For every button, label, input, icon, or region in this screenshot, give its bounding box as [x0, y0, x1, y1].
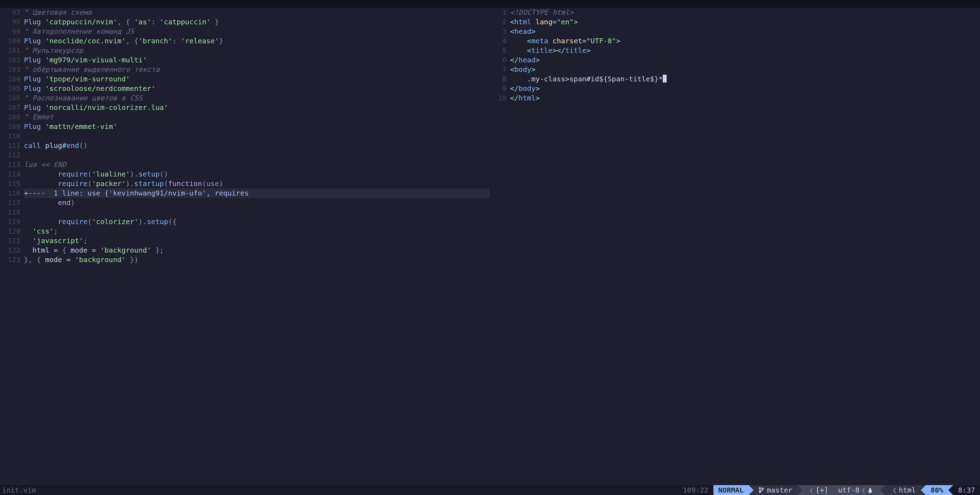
code-token: < — [527, 37, 531, 45]
code-token: 'background' — [100, 246, 151, 254]
code-line[interactable]: <head> — [510, 27, 980, 36]
code-line[interactable]: </html> — [510, 93, 980, 103]
right-editor-pane[interactable]: 12345678910<!DOCTYPE html><html lang="en… — [490, 8, 980, 485]
code-line[interactable]: <meta charset="UTF-8"> — [510, 36, 980, 46]
code-token: " Распознавание цветов в CSS — [24, 94, 143, 102]
line-number: 6 — [490, 55, 507, 65]
code-token: = — [54, 246, 58, 254]
code-token: body — [514, 65, 531, 73]
code-token: < — [510, 18, 514, 26]
code-area[interactable]: <!DOCTYPE html><html lang="en"><head> <m… — [510, 8, 980, 485]
editor-splits: 9798991001011021031041051061071081091101… — [0, 8, 980, 485]
line-number: 8 — [490, 74, 507, 84]
separator-icon — [797, 485, 802, 495]
code-token: require — [58, 217, 88, 226]
line-number: 112 — [0, 150, 21, 160]
code-token: html — [514, 18, 531, 26]
code-token: lang — [536, 18, 552, 26]
code-token: 'scrooloose/nerdcommenter' — [45, 84, 155, 93]
code-token: > — [616, 37, 620, 45]
code-line[interactable]: Plug 'mattn/emmet-vim' — [24, 122, 490, 131]
code-line[interactable]: Plug 'mg979/vim-visual-multi' — [24, 55, 490, 65]
code-line[interactable]: end) — [24, 198, 490, 208]
code-token: }, { — [24, 255, 45, 264]
line-number-gutter: 12345678910 — [490, 8, 510, 485]
code-line[interactable]: <title></title> — [510, 46, 980, 55]
code-token: 'as' — [134, 18, 151, 26]
code-line[interactable]: .my-class>span#id${Span-title$}* — [510, 74, 980, 84]
code-line[interactable]: </head> — [510, 55, 980, 65]
code-line[interactable]: Plug 'scrooloose/nerdcommenter' — [24, 84, 490, 93]
code-line[interactable]: call plug#end() — [24, 141, 490, 150]
code-token: 'packer' — [92, 179, 126, 188]
code-line[interactable] — [24, 131, 490, 141]
code-line[interactable]: " Распознавание цветов в CSS — [24, 93, 490, 103]
code-token: meta — [531, 37, 548, 45]
status-encoding: utf-8 ❮ — [833, 485, 880, 495]
code-line[interactable]: require('lualine').setup() — [24, 169, 490, 179]
line-number: 7 — [490, 65, 507, 74]
code-token: }; — [151, 246, 164, 254]
line-number: 105 — [0, 84, 21, 93]
code-token: < — [510, 65, 514, 73]
code-line[interactable]: " Мультикурсор — [24, 46, 490, 55]
code-token: </ — [510, 56, 519, 64]
code-area[interactable]: " Цветовая схемаPlug 'catppuccin/nvim', … — [24, 8, 490, 485]
line-number: 114 — [0, 169, 21, 179]
code-line[interactable]: " обёртывание выделенного текста — [24, 65, 490, 74]
separator-icon — [749, 485, 754, 495]
code-line[interactable]: <!DOCTYPE html> — [510, 8, 980, 17]
code-token: ></ — [552, 46, 565, 54]
code-line[interactable]: Plug 'catppuccin/nvim', { 'as': 'catppuc… — [24, 17, 490, 27]
code-token: > — [536, 84, 540, 93]
code-token: <!DOCTYPE html> — [510, 8, 574, 16]
line-number: 118 — [0, 208, 21, 217]
code-token: Plug — [24, 37, 41, 45]
code-line[interactable]: " Автодополнение команд JS — [24, 27, 490, 36]
code-line[interactable]: require('colorizer').setup({ — [24, 217, 490, 227]
code-token: require — [58, 170, 88, 178]
code-line[interactable]: </body> — [510, 84, 980, 93]
code-token — [41, 75, 45, 83]
code-token: < — [527, 46, 531, 54]
code-line[interactable]: Plug 'tpope/vim-surround' — [24, 74, 490, 84]
code-token — [531, 18, 536, 26]
line-number: 9 — [490, 84, 507, 93]
code-token: " Мультикурсор — [24, 46, 83, 54]
code-token: ( — [88, 170, 92, 178]
line-number: 104 — [0, 74, 21, 84]
code-line[interactable]: }, { mode = 'background' }) — [24, 255, 490, 265]
code-line[interactable] — [24, 208, 490, 217]
code-line[interactable]: lua << END — [24, 160, 490, 169]
code-token: html — [24, 246, 54, 254]
code-token: = — [66, 255, 70, 264]
code-line[interactable]: require('packer').startup(function(use) — [24, 179, 490, 188]
code-token: title — [565, 46, 586, 54]
code-line[interactable]: 'javascript'; — [24, 236, 490, 246]
code-line[interactable]: 'css'; — [24, 227, 490, 236]
code-token: require — [58, 179, 88, 188]
line-number: 113 — [0, 160, 21, 169]
code-line[interactable]: Plug 'norcalli/nvim-colorizer.lua' — [24, 103, 490, 112]
code-line[interactable]: <body> — [510, 65, 980, 74]
code-line[interactable]: <html lang="en"> — [510, 17, 980, 27]
code-token: .my-class>span#id${Span-title$}* — [510, 75, 663, 83]
code-token: function — [168, 179, 202, 188]
code-line[interactable]: Plug 'neoclide/coc.nvim', {'branch': 're… — [24, 36, 490, 46]
code-token: startup — [134, 179, 164, 188]
code-line[interactable]: +---- 1 line: use {'kevinhwang91/nvim-uf… — [24, 188, 490, 198]
left-editor-pane[interactable]: 9798991001011021031041051061071081091101… — [0, 8, 490, 485]
line-number: 97 — [0, 8, 21, 17]
code-token: > — [574, 18, 578, 26]
code-line[interactable]: " Emmet — [24, 112, 490, 122]
code-token — [41, 122, 45, 131]
code-token: 'catppuccin/nvim' — [45, 18, 117, 26]
code-line[interactable]: " Цветовая схема — [24, 8, 490, 17]
code-token: ; — [83, 236, 88, 245]
code-token: Plug — [24, 75, 41, 83]
code-line[interactable] — [24, 150, 490, 160]
code-line[interactable]: html = { mode = 'background' }; — [24, 246, 490, 255]
code-token: { — [58, 246, 70, 254]
code-token — [70, 255, 75, 264]
chevron-left-icon: ❮ — [807, 486, 816, 494]
